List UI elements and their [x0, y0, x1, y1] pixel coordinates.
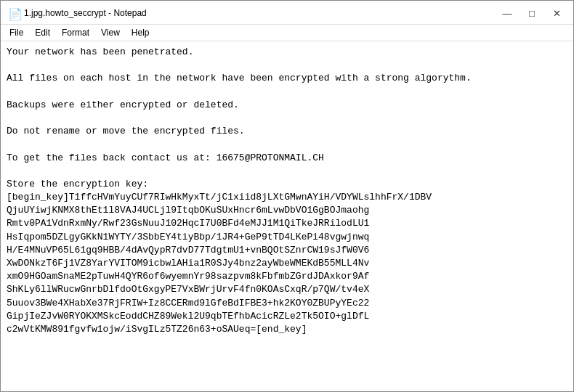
minimize-button[interactable]: —	[496, 5, 518, 21]
menu-file[interactable]: File	[4, 26, 29, 39]
close-button[interactable]: ✕	[546, 5, 567, 21]
menu-view[interactable]: View	[95, 26, 126, 39]
menu-edit[interactable]: Edit	[29, 26, 56, 39]
window-title: 1.jpg.howto_seccrypt - Notepad	[24, 8, 147, 18]
menu-help[interactable]: Help	[126, 26, 155, 39]
text-content-area[interactable]: Your network has been penetrated. All fi…	[1, 41, 573, 391]
title-controls: — □ ✕	[496, 5, 567, 21]
menu-bar: File Edit Format View Help	[1, 25, 573, 41]
notepad-window: 📄 1.jpg.howto_seccrypt - Notepad — □ ✕ F…	[0, 0, 574, 392]
title-bar: 📄 1.jpg.howto_seccrypt - Notepad — □ ✕	[1, 1, 573, 25]
menu-format[interactable]: Format	[56, 26, 95, 39]
title-bar-left: 📄 1.jpg.howto_seccrypt - Notepad	[8, 7, 147, 19]
app-icon: 📄	[8, 7, 20, 19]
maximize-button[interactable]: □	[521, 5, 543, 21]
document-text: Your network has been penetrated. All fi…	[7, 46, 567, 336]
